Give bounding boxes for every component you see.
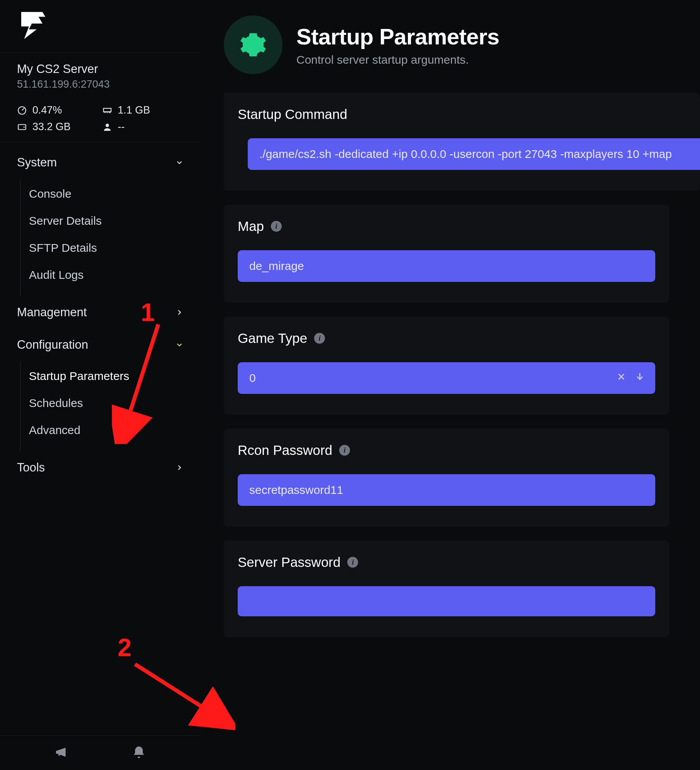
server-info: My CS2 Server 51.161.199.6:27043	[0, 53, 201, 100]
chevron-right-icon	[175, 463, 184, 472]
nav-item-console[interactable]: Console	[20, 180, 201, 207]
bullhorn-icon	[54, 745, 69, 760]
page-header: Startup Parameters Control server startu…	[208, 15, 700, 74]
card-startup-command: Startup Command ./game/cs2.sh -dedicated…	[224, 93, 700, 191]
announcements-button[interactable]	[54, 745, 69, 762]
nav-item-sftp-details[interactable]: SFTP Details	[20, 234, 201, 261]
nav-section-management-label: Management	[17, 305, 87, 319]
page-icon-badge	[224, 15, 282, 74]
stat-cpu-value: 0.47%	[32, 104, 62, 116]
card-game-type-title: Game Type	[238, 331, 307, 346]
nav-item-server-details[interactable]: Server Details	[20, 207, 201, 234]
map-input[interactable]: de_mirage	[238, 250, 655, 282]
info-icon[interactable]: i	[347, 557, 358, 568]
game-type-select[interactable]: 0	[238, 362, 655, 394]
user-icon	[102, 122, 112, 132]
info-icon[interactable]: i	[271, 221, 282, 232]
svg-point-4	[106, 124, 109, 127]
sidebar-nav: System Console Server Details SFTP Detai…	[0, 142, 201, 484]
card-server-password-title: Server Password	[238, 555, 340, 570]
startup-command-value: ./game/cs2.sh -dedicated +ip 0.0.0.0 -us…	[259, 148, 672, 161]
nav-sub-system: Console Server Details SFTP Details Audi…	[20, 179, 201, 296]
card-server-password: Server Password i	[224, 541, 669, 637]
info-icon[interactable]: i	[339, 445, 350, 456]
close-icon	[616, 371, 627, 382]
page-title: Startup Parameters	[296, 24, 499, 49]
nav-item-schedules[interactable]: Schedules	[20, 390, 201, 417]
nav-section-system-label: System	[17, 156, 57, 170]
rcon-password-input[interactable]: secretpassword11	[238, 474, 655, 506]
game-type-value: 0	[249, 371, 256, 385]
card-map: Map i de_mirage	[224, 205, 669, 303]
nav-section-management[interactable]: Management	[0, 296, 201, 329]
svg-rect-1	[103, 108, 111, 112]
stat-players-value: --	[118, 121, 125, 133]
bell-icon	[131, 745, 147, 760]
disk-icon	[17, 122, 27, 132]
server-password-input[interactable]	[238, 586, 655, 616]
chevron-down-icon	[175, 158, 184, 167]
stat-ram: 1.1 GB	[102, 104, 184, 116]
card-rcon-password-title: Rcon Password	[238, 443, 332, 458]
nav-item-audit-logs[interactable]: Audit Logs	[20, 261, 201, 288]
server-name: My CS2 Server	[17, 62, 184, 76]
gear-icon	[239, 31, 267, 59]
dropdown-toggle[interactable]	[634, 371, 645, 385]
brand-logo-icon	[17, 10, 48, 41]
nav-section-tools-label: Tools	[17, 461, 45, 475]
chevron-right-icon	[175, 308, 184, 317]
server-ip: 51.161.199.6:27043	[17, 78, 184, 90]
chevron-down-icon	[175, 341, 184, 349]
stat-players: --	[102, 121, 184, 133]
stat-cpu: 0.47%	[17, 104, 98, 116]
stat-disk: 33.2 GB	[17, 121, 98, 133]
notifications-button[interactable]	[131, 745, 147, 762]
server-stats: 0.47% 1.1 GB 33.2 GB --	[0, 100, 201, 142]
map-value: de_mirage	[249, 259, 304, 273]
sidebar: My CS2 Server 51.161.199.6:27043 0.47% 1…	[0, 0, 201, 770]
card-game-type: Game Type i 0	[224, 317, 669, 415]
nav-section-configuration-label: Configuration	[17, 338, 88, 352]
stat-ram-value: 1.1 GB	[118, 104, 150, 116]
gauge-icon	[17, 105, 27, 115]
arrow-down-icon	[634, 371, 645, 382]
stat-disk-value: 33.2 GB	[32, 121, 71, 133]
clear-button[interactable]	[616, 371, 627, 385]
main: Startup Parameters Control server startu…	[208, 0, 700, 770]
nav-section-system[interactable]: System	[0, 146, 201, 179]
card-map-title: Map	[238, 219, 264, 234]
bottom-bar	[0, 735, 201, 770]
page-subtitle: Control server startup arguments.	[296, 53, 499, 66]
nav-section-tools[interactable]: Tools	[0, 451, 201, 484]
card-startup-command-title: Startup Command	[238, 107, 700, 122]
card-rcon-password: Rcon Password i secretpassword11	[224, 429, 669, 527]
rcon-password-value: secretpassword11	[249, 483, 343, 497]
nav-sub-configuration: Startup Parameters Schedules Advanced	[20, 361, 201, 451]
nav-section-configuration[interactable]: Configuration	[0, 329, 201, 361]
info-icon[interactable]: i	[314, 333, 325, 344]
nav-item-startup-parameters[interactable]: Startup Parameters	[20, 363, 201, 390]
nav-item-advanced[interactable]: Advanced	[20, 417, 201, 444]
startup-command-field[interactable]: ./game/cs2.sh -dedicated +ip 0.0.0.0 -us…	[248, 138, 700, 170]
svg-point-3	[24, 126, 25, 127]
logo[interactable]	[0, 0, 201, 53]
memory-icon	[102, 105, 112, 115]
